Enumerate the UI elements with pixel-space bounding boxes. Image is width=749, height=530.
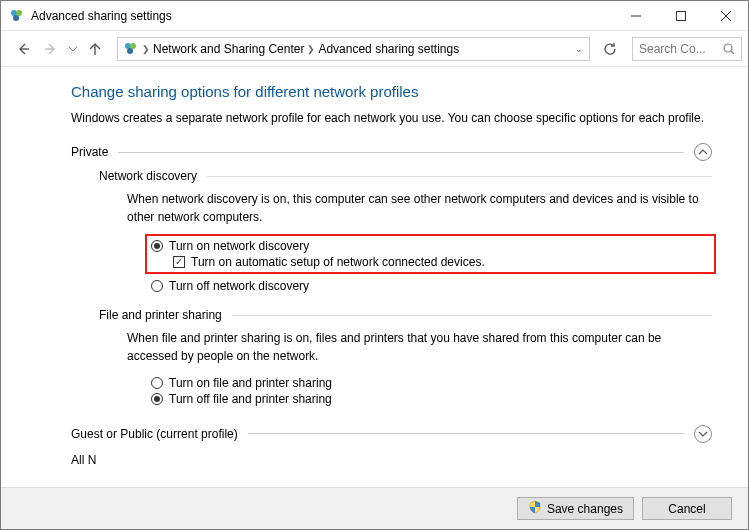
address-dropdown-icon[interactable]: ⌄	[575, 44, 587, 54]
divider	[207, 176, 712, 177]
divider	[118, 152, 684, 153]
breadcrumb-item-network-center[interactable]: Network and Sharing Center	[150, 42, 307, 56]
expand-button-guest[interactable]	[694, 425, 712, 443]
minimize-button[interactable]	[613, 1, 658, 31]
search-icon	[723, 43, 735, 55]
svg-rect-4	[676, 11, 685, 20]
radio-fps-off-label[interactable]: Turn off file and printer sharing	[169, 392, 332, 406]
svg-point-13	[724, 44, 732, 52]
page-intro: Windows creates a separate network profi…	[71, 110, 712, 127]
radio-discovery-on[interactable]	[151, 240, 163, 252]
radio-discovery-off[interactable]	[151, 280, 163, 292]
window-title: Advanced sharing settings	[31, 9, 613, 23]
recent-locations-dropdown[interactable]	[67, 37, 79, 61]
close-button[interactable]	[703, 1, 748, 31]
forward-button[interactable]	[39, 37, 63, 61]
radio-fps-on[interactable]	[151, 377, 163, 389]
section-guest-title: Guest or Public (current profile)	[71, 427, 238, 441]
radio-discovery-on-label[interactable]: Turn on network discovery	[169, 239, 309, 253]
radio-discovery-off-label[interactable]: Turn off network discovery	[169, 279, 309, 293]
chevron-right-icon[interactable]: ❯	[142, 44, 150, 54]
address-bar[interactable]: ❯ Network and Sharing Center ❯ Advanced …	[117, 37, 590, 61]
svg-point-2	[13, 15, 19, 21]
subsection-file-printer-title: File and printer sharing	[99, 308, 222, 322]
radio-fps-on-label[interactable]: Turn on file and printer sharing	[169, 376, 332, 390]
refresh-button[interactable]	[598, 37, 622, 61]
cancel-button-label: Cancel	[668, 502, 705, 516]
uac-shield-icon	[528, 500, 542, 517]
save-changes-button[interactable]: Save changes	[517, 497, 634, 520]
section-allnetworks-title-partial: All N	[71, 453, 96, 467]
checkbox-auto-setup-label[interactable]: Turn on automatic setup of network conne…	[191, 255, 485, 269]
checkbox-auto-setup[interactable]	[173, 256, 185, 268]
divider	[248, 433, 684, 434]
divider	[232, 315, 712, 316]
app-icon	[9, 8, 25, 24]
chevron-right-icon[interactable]: ❯	[307, 44, 315, 54]
svg-point-1	[16, 10, 22, 16]
cancel-button[interactable]: Cancel	[642, 497, 732, 520]
search-placeholder: Search Co...	[639, 42, 717, 56]
back-button[interactable]	[11, 37, 35, 61]
maximize-button[interactable]	[658, 1, 703, 31]
radio-fps-off[interactable]	[151, 393, 163, 405]
search-input[interactable]: Search Co...	[632, 37, 742, 61]
svg-line-14	[731, 51, 734, 54]
subsection-network-discovery-title: Network discovery	[99, 169, 197, 183]
breadcrumb-item-advanced-sharing[interactable]: Advanced sharing settings	[315, 42, 462, 56]
up-button[interactable]	[83, 37, 107, 61]
svg-point-11	[130, 43, 136, 49]
network-discovery-description: When network discovery is on, this compu…	[127, 191, 712, 226]
highlight-annotation: Turn on network discovery Turn on automa…	[145, 234, 716, 274]
address-icon	[120, 41, 142, 57]
page-heading: Change sharing options for different net…	[71, 83, 712, 100]
collapse-button-private[interactable]	[694, 143, 712, 161]
section-private-title: Private	[71, 145, 108, 159]
save-button-label: Save changes	[547, 502, 623, 516]
svg-point-12	[127, 48, 133, 54]
file-printer-description: When file and printer sharing is on, fil…	[127, 330, 712, 365]
